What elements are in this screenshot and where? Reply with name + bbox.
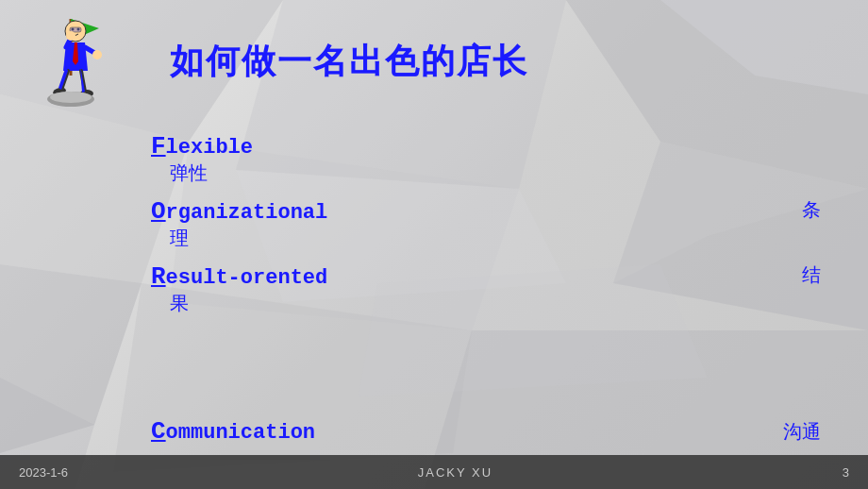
- result-right-chinese: 结: [802, 262, 821, 288]
- org-right-chinese: 条: [802, 197, 821, 223]
- mascot-image: [19, 5, 142, 118]
- flexible-chinese: 弹性: [170, 160, 849, 186]
- list-item: Organizational 条 理: [151, 197, 849, 251]
- svg-point-31: [50, 92, 92, 103]
- footer-author: JACKY XU: [418, 465, 492, 480]
- mascot: [19, 5, 160, 118]
- slide-title: 如何做一名出色的店长: [170, 39, 528, 85]
- result-rest: esult-orented: [166, 266, 328, 290]
- footer-page: 3: [843, 465, 849, 480]
- comm-right-chinese: 沟通: [783, 419, 821, 445]
- list-item: Result-orented 结 果: [151, 262, 849, 316]
- list-item: Flexible 弹性: [151, 132, 849, 186]
- communication-row: Communication 沟通: [151, 408, 849, 455]
- org-rest: rganizational: [166, 201, 328, 225]
- header: 如何做一名出色的店长: [0, 0, 868, 123]
- svg-marker-6: [0, 264, 142, 453]
- footer-date: 2023-1-6: [19, 465, 68, 480]
- comm-first-letter: C: [151, 417, 166, 446]
- svg-point-25: [92, 50, 102, 59]
- flexible-first-letter: F: [151, 132, 166, 160]
- footer: 2023-1-6 JACKY XU 3: [0, 455, 868, 489]
- flexible-rest: lexible: [166, 136, 253, 160]
- org-chinese-left: 理: [170, 226, 849, 251]
- content-area: Flexible 弹性 Organizational 条 理 Result-or…: [151, 132, 849, 328]
- result-first-letter: R: [151, 262, 166, 291]
- svg-point-24: [66, 31, 75, 41]
- comm-rest: ommunication: [166, 421, 315, 445]
- slide: 如何做一名出色的店长 Flexible 弹性 Organizational 条 …: [0, 0, 868, 489]
- org-first-letter: O: [151, 197, 166, 226]
- result-chinese-left: 果: [170, 291, 849, 316]
